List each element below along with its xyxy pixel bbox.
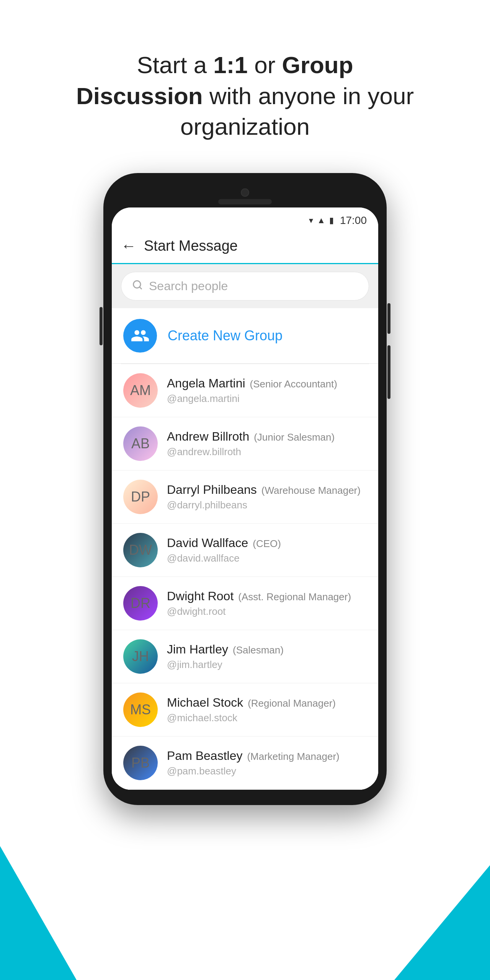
volume-down-button [100, 307, 103, 345]
person-avatar: AB [123, 426, 158, 461]
create-group-label[interactable]: Create New Group [168, 328, 283, 344]
headline-text-mid: or [248, 52, 282, 78]
person-name-row: Pam Beastley(Marketing Manager) [167, 749, 340, 763]
person-name: Jim Hartley [167, 642, 228, 657]
person-role: (Warehouse Manager) [261, 485, 361, 497]
headline-text-start: Start a [137, 52, 213, 78]
app-header: ← Start Message [112, 230, 378, 264]
corner-decoration-left [0, 846, 77, 980]
person-name: Pam Beastley [167, 749, 242, 763]
person-item[interactable]: MSMichael Stock(Regional Manager)@michae… [112, 683, 378, 737]
phone-device: ▾ ▲ ▮ 17:00 ← Start Message [103, 173, 387, 805]
person-avatar: PB [123, 746, 158, 780]
person-name: Angela Martini [167, 376, 245, 390]
person-role: (Marketing Manager) [247, 751, 339, 763]
search-input[interactable]: Search people [149, 279, 228, 293]
phone-speaker [218, 199, 272, 204]
person-avatar: AM [123, 373, 158, 408]
person-username: @angela.martini [167, 393, 337, 405]
person-info: Dwight Root(Asst. Regional Manager)@dwig… [167, 589, 351, 617]
volume-up-button [387, 303, 390, 334]
person-name: Darryl Philbeans [167, 483, 257, 497]
headline-text-end: with anyone in your organization [180, 83, 414, 140]
search-container: Search people [112, 264, 378, 308]
search-bar[interactable]: Search people [121, 272, 369, 301]
person-username: @darryl.philbeans [167, 499, 361, 511]
person-name-row: Angela Martini(Senior Accountant) [167, 376, 337, 390]
status-time: 17:00 [340, 214, 367, 227]
person-username: @david.wallface [167, 552, 281, 564]
person-info: Michael Stock(Regional Manager)@michael.… [167, 696, 336, 724]
person-avatar: MS [123, 693, 158, 727]
signal-icon: ▲ [317, 216, 325, 225]
person-info: Pam Beastley(Marketing Manager)@pam.beas… [167, 749, 340, 777]
person-name-row: Andrew Billroth(Junior Salesman) [167, 430, 335, 444]
person-name: Andrew Billroth [167, 430, 249, 444]
person-role: (Salesman) [233, 644, 284, 656]
person-name: David Wallface [167, 536, 248, 550]
person-info: Angela Martini(Senior Accountant)@angela… [167, 376, 337, 405]
person-avatar: DW [123, 533, 158, 567]
person-info: Jim Hartley(Salesman)@jim.hartley [167, 642, 284, 671]
person-role: (Junior Salesman) [254, 431, 335, 443]
person-avatar: JH [123, 639, 158, 674]
power-button [387, 345, 390, 399]
status-bar: ▾ ▲ ▮ 17:00 [112, 207, 378, 230]
person-item[interactable]: DPDarryl Philbeans(Warehouse Manager)@da… [112, 470, 378, 524]
person-item[interactable]: DWDavid Wallface(CEO)@david.wallface [112, 524, 378, 577]
group-icon [123, 319, 157, 353]
person-name-row: Michael Stock(Regional Manager) [167, 696, 336, 710]
headline-bold1: 1:1 [213, 52, 248, 78]
content-list: Create New Group AMAngela Martini(Senior… [112, 308, 378, 790]
person-name: Dwight Root [167, 589, 234, 603]
phone-camera [241, 188, 249, 197]
person-item[interactable]: PBPam Beastley(Marketing Manager)@pam.be… [112, 737, 378, 790]
person-item[interactable]: JHJim Hartley(Salesman)@jim.hartley [112, 630, 378, 683]
person-info: Darryl Philbeans(Warehouse Manager)@darr… [167, 483, 361, 511]
person-username: @andrew.billroth [167, 446, 335, 458]
svg-line-1 [139, 287, 141, 289]
battery-icon: ▮ [329, 216, 334, 225]
wifi-icon: ▾ [309, 216, 313, 225]
person-avatar: DP [123, 480, 158, 514]
search-icon [132, 279, 143, 293]
back-button[interactable]: ← [121, 237, 136, 255]
person-name-row: David Wallface(CEO) [167, 536, 281, 550]
person-info: David Wallface(CEO)@david.wallface [167, 536, 281, 564]
person-username: @jim.hartley [167, 659, 284, 671]
phone-notch [112, 185, 378, 204]
person-role: (Senior Accountant) [250, 378, 337, 390]
person-info: Andrew Billroth(Junior Salesman)@andrew.… [167, 430, 335, 458]
person-item[interactable]: DRDwight Root(Asst. Regional Manager)@dw… [112, 577, 378, 630]
phone-screen: ▾ ▲ ▮ 17:00 ← Start Message [112, 207, 378, 790]
header-title: Start Message [144, 238, 238, 254]
person-item[interactable]: ABAndrew Billroth(Junior Salesman)@andre… [112, 417, 378, 470]
person-item[interactable]: AMAngela Martini(Senior Accountant)@ange… [112, 364, 378, 417]
create-group-button[interactable]: Create New Group [112, 308, 378, 364]
person-username: @dwight.root [167, 606, 351, 617]
headline: Start a 1:1 or Group Discussion with any… [73, 50, 417, 142]
person-name: Michael Stock [167, 696, 243, 710]
person-username: @pam.beastley [167, 765, 340, 777]
person-name-row: Darryl Philbeans(Warehouse Manager) [167, 483, 361, 497]
person-username: @michael.stock [167, 712, 336, 724]
person-role: (Asst. Regional Manager) [238, 591, 351, 603]
person-name-row: Dwight Root(Asst. Regional Manager) [167, 589, 351, 603]
person-role: (CEO) [253, 538, 281, 550]
person-name-row: Jim Hartley(Salesman) [167, 642, 284, 657]
contacts-list: AMAngela Martini(Senior Accountant)@ange… [112, 364, 378, 790]
corner-decoration-right [394, 865, 490, 980]
person-role: (Regional Manager) [248, 697, 336, 709]
person-avatar: DR [123, 586, 158, 621]
status-icons: ▾ ▲ ▮ 17:00 [309, 214, 367, 227]
